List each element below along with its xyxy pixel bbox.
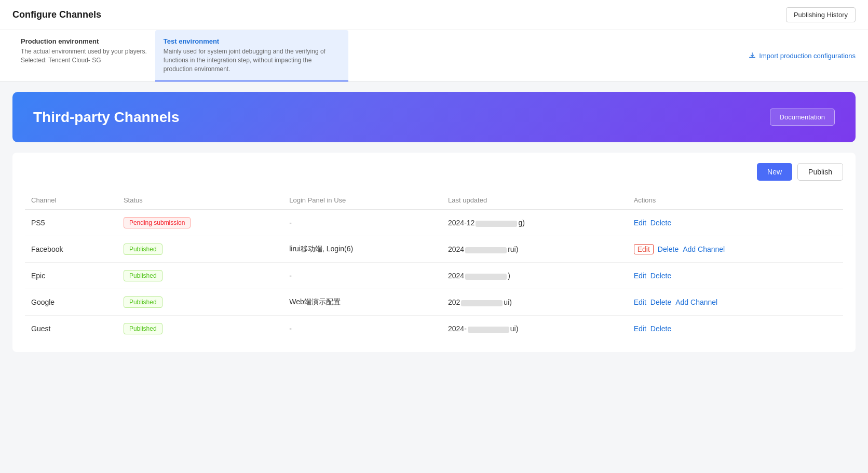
- login-panel-cell: -: [283, 210, 442, 236]
- status-cell: Published: [117, 316, 283, 342]
- col-last-updated: Last updated: [442, 191, 628, 210]
- status-badge: Pending submission: [124, 217, 191, 228]
- production-env-tab[interactable]: Production environment The actual enviro…: [12, 30, 155, 82]
- actions-cell: EditDelete: [628, 210, 843, 236]
- table-row: FacebookPublishedlirui移动端, Login(6)2024r…: [25, 236, 843, 263]
- banner: Third-party Channels Documentation: [12, 92, 856, 142]
- col-login-panel: Login Panel in Use: [283, 191, 442, 210]
- page-title: Configure Channels: [12, 9, 101, 20]
- status-badge: Published: [124, 270, 162, 281]
- actions-cell: EditDeleteAdd Channel: [628, 289, 843, 316]
- import-icon: [749, 52, 756, 59]
- status-cell: Published: [117, 289, 283, 316]
- table-row: PS5Pending submission-2024-12g)EditDelet…: [25, 210, 843, 236]
- documentation-button[interactable]: Documentation: [770, 109, 835, 126]
- channel-cell: Google: [25, 289, 117, 316]
- col-status: Status: [117, 191, 283, 210]
- add-channel-action[interactable]: Add Channel: [683, 245, 725, 253]
- channel-cell: Guest: [25, 316, 117, 342]
- blurred-date: [465, 274, 507, 280]
- toolbar: New Publish: [25, 163, 843, 181]
- status-badge: Published: [124, 323, 162, 334]
- last-updated-cell: 2024): [442, 263, 628, 289]
- channel-cell: Epic: [25, 263, 117, 289]
- table-row: GooglePublishedWeb端演示配置202ui)EditDeleteA…: [25, 289, 843, 316]
- login-panel-cell: lirui移动端, Login(6): [283, 236, 442, 263]
- new-button[interactable]: New: [757, 163, 792, 181]
- status-cell: Pending submission: [117, 210, 283, 236]
- actions-cell: EditDelete: [628, 263, 843, 289]
- delete-action[interactable]: Delete: [650, 298, 671, 306]
- production-tab-desc: The actual environment used by your play…: [21, 47, 147, 65]
- status-cell: Published: [117, 236, 283, 263]
- last-updated-cell: 2024rui): [442, 236, 628, 263]
- col-actions: Actions: [628, 191, 843, 210]
- channel-cell: Facebook: [25, 236, 117, 263]
- actions-cell: EditDelete: [628, 316, 843, 342]
- blurred-date: [461, 300, 503, 306]
- edit-action[interactable]: Edit: [634, 325, 646, 333]
- test-env-tab[interactable]: Test environment Mainly used for system …: [155, 30, 348, 82]
- status-badge: Published: [124, 296, 162, 308]
- col-channel: Channel: [25, 191, 117, 210]
- delete-action[interactable]: Delete: [650, 272, 671, 280]
- channel-cell: PS5: [25, 210, 117, 236]
- last-updated-cell: 2024-12g): [442, 210, 628, 236]
- edit-action[interactable]: Edit: [634, 244, 654, 254]
- edit-action[interactable]: Edit: [634, 298, 646, 306]
- env-tabs-container: Production environment The actual enviro…: [0, 30, 868, 82]
- blurred-date: [468, 327, 509, 333]
- actions-cell: EditDeleteAdd Channel: [628, 236, 843, 263]
- login-panel-cell: -: [283, 316, 442, 342]
- publishing-history-button[interactable]: Publishing History: [786, 7, 856, 22]
- status-badge: Published: [124, 244, 162, 255]
- add-channel-action[interactable]: Add Channel: [675, 298, 717, 306]
- blurred-date: [465, 247, 507, 253]
- edit-action[interactable]: Edit: [634, 272, 646, 280]
- channels-table: Channel Status Login Panel in Use Last u…: [25, 191, 843, 342]
- login-panel-cell: Web端演示配置: [283, 289, 442, 316]
- top-bar: Configure Channels Publishing History: [0, 0, 868, 30]
- production-tab-name: Production environment: [21, 37, 147, 45]
- delete-action[interactable]: Delete: [650, 325, 671, 333]
- table-header-row: Channel Status Login Panel in Use Last u…: [25, 191, 843, 210]
- last-updated-cell: 2024-ui): [442, 316, 628, 342]
- blurred-date: [476, 221, 517, 227]
- publish-button[interactable]: Publish: [797, 163, 843, 181]
- table-row: EpicPublished-2024)EditDelete: [25, 263, 843, 289]
- status-cell: Published: [117, 263, 283, 289]
- table-row: GuestPublished-2024-ui)EditDelete: [25, 316, 843, 342]
- edit-action[interactable]: Edit: [634, 219, 646, 227]
- banner-title: Third-party Channels: [33, 109, 180, 126]
- delete-action[interactable]: Delete: [658, 245, 679, 253]
- content-area: New Publish Channel Status Login Panel i…: [12, 153, 856, 352]
- last-updated-cell: 202ui): [442, 289, 628, 316]
- delete-action[interactable]: Delete: [650, 219, 671, 227]
- test-tab-desc: Mainly used for system joint debugging a…: [164, 47, 340, 73]
- login-panel-cell: -: [283, 263, 442, 289]
- import-production-link[interactable]: Import production configurations: [749, 30, 856, 81]
- test-tab-name: Test environment: [164, 37, 340, 45]
